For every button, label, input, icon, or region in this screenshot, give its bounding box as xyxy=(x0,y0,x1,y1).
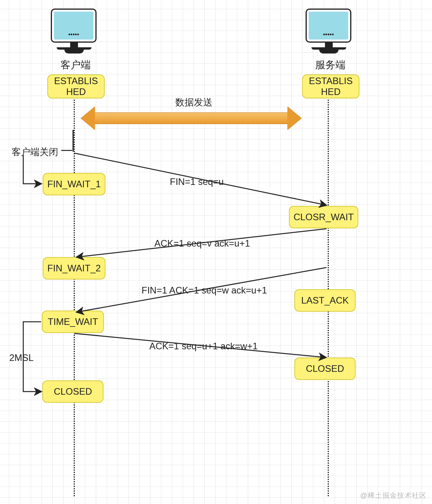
server-title: 服务端 xyxy=(315,58,346,72)
client-activation-bar xyxy=(73,130,74,152)
server-state-established: ESTABLIS HED xyxy=(302,74,359,98)
client-state-time-wait: TIME_WAIT xyxy=(42,311,104,333)
server-state-last-ack: LAST_ACK xyxy=(294,289,356,312)
client-lifeline xyxy=(74,97,75,496)
bidirectional-arrow xyxy=(81,107,301,130)
msg-fin2-label: FIN=1 ACK=1 seq=w ack=u+1 xyxy=(142,285,267,296)
watermark: @稀土掘金技术社区 xyxy=(360,491,427,500)
msg-ack2-label: ACK=1 seq=u+1 ack=w+1 xyxy=(149,341,258,352)
client-computer-icon: ••••• xyxy=(51,9,97,54)
client-state-closed: CLOSED xyxy=(42,380,104,403)
server-state-close-wait: CLOSR_WAIT xyxy=(289,206,358,228)
msg-ack1-label: ACK=1 seq=v ack=u+1 xyxy=(154,238,250,249)
wait-2msl-label: 2MSL xyxy=(9,352,34,363)
client-state-fin-wait-2: FIN_WAIT_2 xyxy=(43,257,105,280)
client-close-label: 客户端关闭 xyxy=(12,146,58,158)
client-state-established: ESTABLIS HED xyxy=(47,74,105,98)
client-state-fin-wait-1: FIN_WAIT_1 xyxy=(43,173,105,195)
sequence-diagram: ••••• 客户端 ••••• 服务端 ESTABLIS HED ESTABLI… xyxy=(0,0,432,504)
msg-fin1-label: FIN=1 seq=u xyxy=(170,176,224,187)
server-state-closed: CLOSED xyxy=(294,357,356,380)
server-computer-icon: ••••• xyxy=(306,9,352,54)
client-title: 客户端 xyxy=(60,58,91,72)
